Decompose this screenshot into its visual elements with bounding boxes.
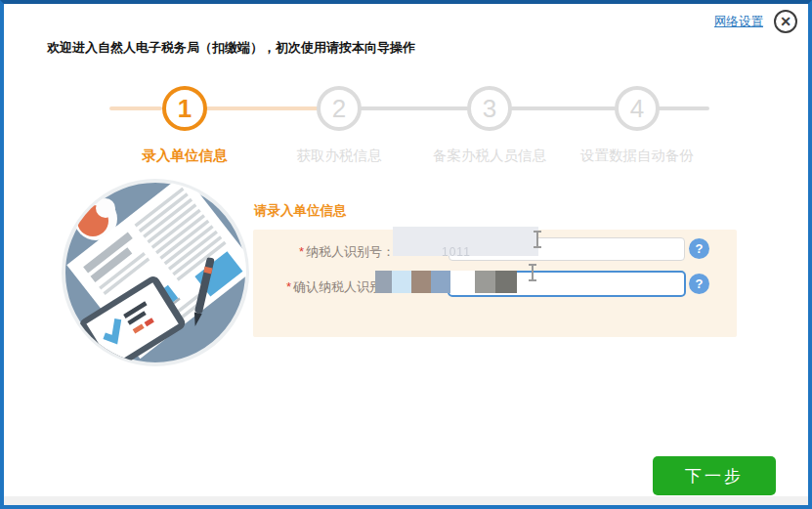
status-bar — [4, 496, 808, 505]
taxpayer-id-label: *纳税人识别号： — [248, 243, 395, 261]
help-icon[interactable]: ? — [689, 238, 709, 259]
confirm-taxpayer-id-label: *确认纳税人识别号 — [248, 278, 395, 296]
close-icon: ✕ — [780, 15, 791, 28]
required-asterisk: * — [286, 279, 291, 294]
redaction-block — [495, 271, 517, 293]
step-1-indicator: 1 — [162, 86, 207, 131]
step-4-indicator: 4 — [615, 86, 660, 131]
network-settings-link[interactable]: 网络设置 — [714, 14, 763, 30]
next-step-button[interactable]: 下一步 — [653, 456, 776, 495]
redaction-block — [475, 271, 495, 293]
taxpayer-id-label-text: 纳税人识别号： — [306, 244, 395, 259]
step-1-label: 录入单位信息 — [97, 147, 273, 165]
redaction-block — [411, 271, 431, 293]
documents-illustration — [60, 177, 251, 368]
step-connector — [205, 106, 319, 110]
redaction-block — [375, 271, 392, 293]
form-section-title: 请录入单位信息 — [254, 202, 347, 220]
redaction-block — [450, 271, 475, 293]
help-icon[interactable]: ? — [689, 274, 709, 294]
step-2-label: 获取办税信息 — [251, 147, 427, 165]
welcome-text: 欢迎进入自然人电子税务局（扣缴端），初次使用请按本向导操作 — [47, 39, 415, 57]
redaction-block — [392, 271, 411, 293]
step-3-indicator: 3 — [467, 86, 512, 131]
required-asterisk: * — [299, 244, 304, 259]
masked-value-hint: 1011 — [442, 245, 471, 259]
wizard-window: 网络设置 ✕ 欢迎进入自然人电子税务局（扣缴端），初次使用请按本向导操作 1 2… — [0, 0, 812, 509]
close-button[interactable]: ✕ — [774, 10, 797, 33]
redaction-block — [431, 271, 450, 293]
step-4-label: 设置数据自动备份 — [549, 147, 725, 165]
step-connector — [510, 106, 617, 110]
step-2-indicator: 2 — [317, 86, 362, 131]
text-cursor — [532, 266, 534, 279]
redaction-overlay — [375, 271, 517, 293]
text-cursor — [536, 233, 538, 246]
step-connector — [360, 106, 469, 110]
step-connector — [109, 106, 162, 110]
step-connector — [658, 106, 709, 110]
